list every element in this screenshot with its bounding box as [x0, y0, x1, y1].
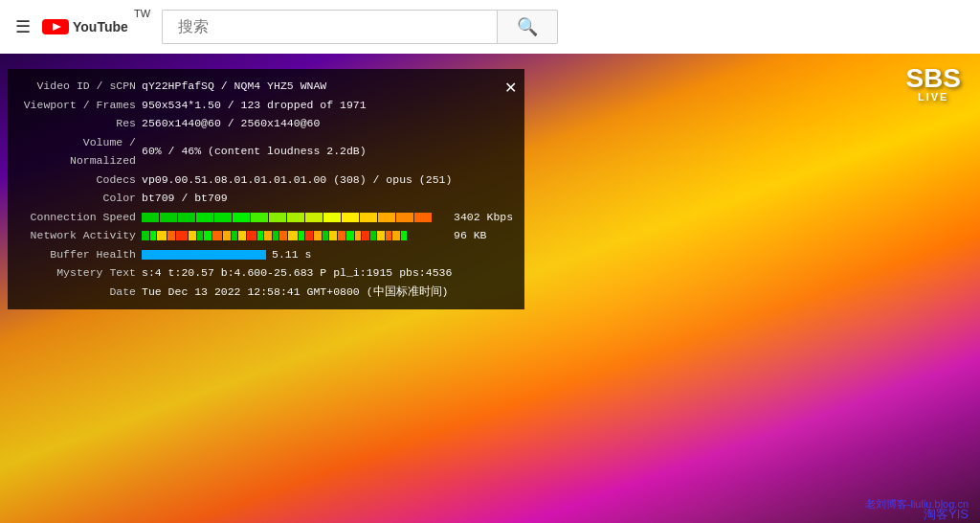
label-video-id: Video ID / sCPN: [17, 77, 142, 96]
stats-row-mystery-text: Mystery Text s:4 t:20.57 b:4.600-25.683 …: [17, 263, 515, 283]
speed-bar-container: 3402 Kbps: [142, 208, 515, 227]
video-area: SBS LIVE ✕ Video ID / sCPN qY22HPfafSQ /…: [0, 54, 980, 523]
value-res: 2560x1440@60 / 2560x1440@60: [142, 114, 320, 133]
value-mystery-text: s:4 t:20.57 b:4.600-25.683 P pl_i:1915 p…: [142, 263, 452, 283]
value-volume: 60% / 46% (content loudness 2.2dB): [142, 142, 367, 161]
stats-row-network-activity: Network Activity: [17, 226, 515, 245]
value-color: bt709 / bt709: [142, 189, 228, 208]
sbs-live-badge: LIVE: [905, 92, 961, 102]
stats-row-date: Date Tue Dec 13 2022 12:58:41 GMT+0800 (…: [17, 283, 515, 302]
value-codecs: vp09.00.51.08.01.01.01.01.00 (308) / opu…: [142, 171, 452, 190]
stats-row-viewport: Viewport / Frames 950x534*1.50 / 123 dro…: [17, 96, 515, 115]
hamburger-icon[interactable]: ☰: [15, 16, 31, 37]
label-mystery-text: Mystery Text: [17, 263, 142, 283]
stats-row-volume: Volume /Normalized 60% / 46% (content lo…: [17, 133, 515, 171]
watermark2: 淘客YIS: [924, 506, 969, 523]
label-network-activity: Network Activity: [17, 226, 142, 245]
label-viewport: Viewport / Frames: [17, 96, 142, 115]
stats-row-buffer-health: Buffer Health 5.11 s: [17, 245, 515, 264]
header: ☰ YouTube TW 🔍: [0, 0, 980, 54]
label-color: Color: [17, 189, 142, 208]
stats-row-connection-speed: Connection Speed: [17, 208, 515, 227]
value-buffer-health: 5.11 s: [272, 245, 311, 264]
value-viewport: 950x534*1.50 / 123 dropped of 1971: [142, 96, 367, 115]
value-connection-speed: 3402 Kbps: [454, 208, 513, 227]
label-volume: Volume /Normalized: [17, 133, 142, 171]
logo-country: TW: [134, 8, 150, 19]
sbs-logo: SBS LIVE: [905, 65, 961, 102]
value-video-id: qY22HPfafSQ / NQM4 YHZ5 WNAW: [142, 77, 326, 96]
value-network-activity: 96 KB: [454, 226, 487, 245]
search-button[interactable]: 🔍: [497, 10, 558, 44]
watermark-line2: 淘客YIS: [924, 506, 969, 523]
search-icon: 🔍: [517, 16, 538, 37]
search-container: 🔍: [162, 10, 557, 44]
stats-row-color: Color bt709 / bt709: [17, 189, 515, 208]
value-date: Tue Dec 13 2022 12:58:41 GMT+0800 (中国标准时…: [142, 283, 448, 302]
youtube-logo-area[interactable]: YouTube TW: [42, 17, 150, 36]
network-bar: [142, 231, 448, 240]
stats-row-video-id: Video ID / sCPN qY22HPfafSQ / NQM4 YHZ5 …: [17, 77, 515, 96]
label-buffer-health: Buffer Health: [17, 245, 142, 264]
youtube-logo-svg: YouTube: [42, 17, 128, 36]
stats-row-res: Res 2560x1440@60 / 2560x1440@60: [17, 114, 515, 133]
search-input[interactable]: [162, 10, 496, 44]
label-connection-speed: Connection Speed: [17, 208, 142, 227]
label-res: Res: [17, 114, 142, 133]
network-bar-container: 96 KB: [142, 226, 515, 245]
label-codecs: Codecs: [17, 171, 142, 190]
label-date: Date: [17, 283, 142, 302]
sbs-name: SBS: [905, 65, 961, 92]
buffer-health-bar: [142, 250, 266, 260]
stats-overlay: ✕ Video ID / sCPN qY22HPfafSQ / NQM4 YHZ…: [8, 69, 524, 309]
buffer-bar-container: 5.11 s: [142, 245, 515, 264]
stats-row-codecs: Codecs vp09.00.51.08.01.01.01.01.00 (308…: [17, 171, 515, 190]
close-stats-button[interactable]: ✕: [504, 75, 517, 101]
svg-text:YouTube: YouTube: [73, 19, 128, 34]
speed-bar: [142, 213, 448, 222]
